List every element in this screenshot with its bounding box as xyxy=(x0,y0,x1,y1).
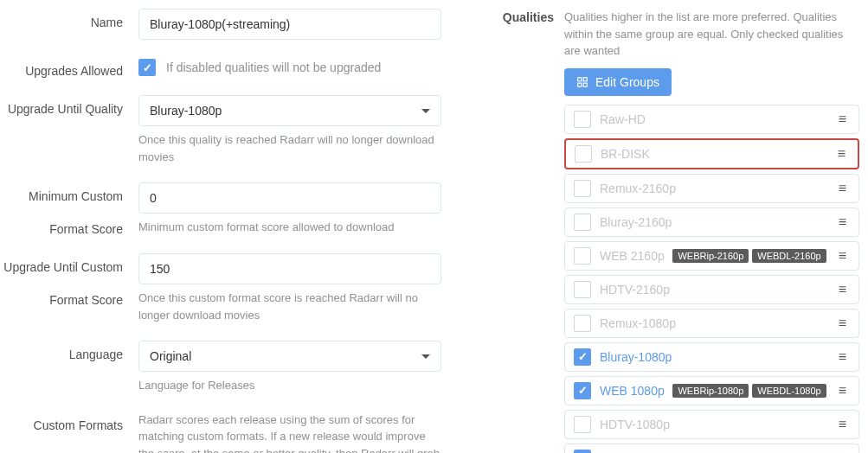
quality-checkbox[interactable] xyxy=(574,281,591,298)
quality-name: WEB 1080p xyxy=(600,384,672,398)
drag-handle-icon[interactable]: ≡ xyxy=(835,248,850,264)
upgrade-until-quality-label: Upgrade Until Quality xyxy=(0,95,138,165)
upgrade-until-custom-input[interactable] xyxy=(138,253,441,284)
drag-handle-icon[interactable]: ≡ xyxy=(834,146,849,162)
quality-item[interactable]: ✓Bluray-1080p≡ xyxy=(564,342,859,372)
quality-item[interactable]: ✓Bluray-720p≡ xyxy=(564,443,859,454)
quality-checkbox[interactable]: ✓ xyxy=(574,382,591,399)
check-icon: ✓ xyxy=(578,350,588,363)
drag-handle-icon[interactable]: ≡ xyxy=(835,316,850,331)
upgrades-allowed-label: Upgrades Allowed xyxy=(0,57,138,78)
quality-item[interactable]: Raw-HD≡ xyxy=(564,105,859,134)
quality-item[interactable]: HDTV-2160p≡ xyxy=(564,275,859,304)
quality-checkbox[interactable] xyxy=(574,214,591,231)
qualities-description: Qualities higher in the list are more pr… xyxy=(554,9,859,68)
quality-name: Remux-2160p xyxy=(600,182,835,195)
quality-badge: WEBDL-2160p xyxy=(752,249,826,263)
quality-item[interactable]: BR-DISK≡ xyxy=(564,138,859,169)
quality-name: HDTV-1080p xyxy=(600,418,835,431)
edit-groups-label: Edit Groups xyxy=(595,75,659,89)
quality-item[interactable]: Remux-1080p≡ xyxy=(564,309,859,338)
quality-checkbox[interactable] xyxy=(574,416,591,433)
quality-checkbox[interactable] xyxy=(574,180,591,197)
custom-formats-label: Custom Formats xyxy=(0,412,138,454)
upgrade-until-quality-help: Once this quality is reached Radarr will… xyxy=(138,131,441,165)
min-custom-score-help: Minimum custom format score allowed to d… xyxy=(138,219,441,236)
quality-name: Raw-HD xyxy=(600,112,835,126)
upgrades-allowed-help: If disabled qualities will not be upgrad… xyxy=(166,61,381,74)
quality-checkbox[interactable] xyxy=(574,247,591,265)
quality-checkbox[interactable]: ✓ xyxy=(574,348,591,366)
drag-handle-icon[interactable]: ≡ xyxy=(835,349,850,365)
quality-name: Bluray-2160p xyxy=(600,215,835,229)
language-select[interactable]: Original xyxy=(138,341,441,372)
min-custom-score-input[interactable] xyxy=(138,182,441,214)
drag-handle-icon[interactable]: ≡ xyxy=(835,417,850,432)
quality-item[interactable]: WEB 2160pWEBRip-2160pWEBDL-2160p≡ xyxy=(564,241,859,271)
qualities-label: Qualities xyxy=(485,9,554,68)
svg-rect-0 xyxy=(578,77,582,80)
name-input[interactable] xyxy=(138,9,441,40)
chevron-down-icon xyxy=(421,109,430,113)
quality-name: Remux-1080p xyxy=(600,316,835,330)
drag-handle-icon[interactable]: ≡ xyxy=(835,282,850,297)
drag-handle-icon[interactable]: ≡ xyxy=(835,383,850,399)
quality-checkbox[interactable] xyxy=(574,111,591,128)
quality-checkbox[interactable] xyxy=(575,145,592,163)
quality-item[interactable]: ✓WEB 1080pWEBRip-1080pWEBDL-1080p≡ xyxy=(564,376,859,405)
drag-handle-icon[interactable]: ≡ xyxy=(835,450,850,454)
drag-handle-icon[interactable]: ≡ xyxy=(835,214,850,230)
quality-badge: WEBDL-1080p xyxy=(752,384,826,398)
quality-badge: WEBRip-1080p xyxy=(672,384,749,398)
quality-name: WEB 2160p xyxy=(600,249,672,263)
language-value: Original xyxy=(150,349,191,363)
quality-badge: WEBRip-2160p xyxy=(672,249,749,263)
upgrade-until-custom-help: Once this custom format score is reached… xyxy=(138,290,441,323)
edit-groups-button[interactable]: Edit Groups xyxy=(564,68,672,96)
upgrade-until-custom-label: Upgrade Until Custom Format Score xyxy=(0,253,138,323)
drag-handle-icon[interactable]: ≡ xyxy=(835,112,850,127)
quality-checkbox[interactable]: ✓ xyxy=(574,450,591,454)
quality-checkbox[interactable] xyxy=(574,315,591,332)
custom-formats-help: Radarr scores each release using the sum… xyxy=(138,412,441,454)
quality-item[interactable]: Bluray-2160p≡ xyxy=(564,207,859,237)
upgrade-until-quality-select[interactable]: Bluray-1080p xyxy=(138,95,441,126)
upgrade-until-quality-value: Bluray-1080p xyxy=(150,104,222,118)
language-label: Language xyxy=(0,341,138,394)
chevron-down-icon xyxy=(421,354,430,359)
group-icon xyxy=(576,76,588,88)
quality-name: Bluray-1080p xyxy=(600,350,835,364)
language-help: Language for Releases xyxy=(138,377,441,394)
check-icon: ✓ xyxy=(143,61,152,74)
svg-rect-3 xyxy=(583,83,587,86)
quality-name: HDTV-2160p xyxy=(600,283,835,297)
quality-item[interactable]: HDTV-1080p≡ xyxy=(564,410,859,439)
svg-rect-1 xyxy=(583,77,587,80)
upgrades-allowed-checkbox[interactable]: ✓ xyxy=(138,59,156,76)
svg-rect-2 xyxy=(578,83,582,86)
quality-name: BR-DISK xyxy=(601,147,834,161)
check-icon: ✓ xyxy=(578,384,588,397)
quality-badges: WEBRip-1080pWEBDL-1080p xyxy=(672,384,826,398)
quality-badges: WEBRip-2160pWEBDL-2160p xyxy=(672,249,826,263)
quality-item[interactable]: Remux-2160p≡ xyxy=(564,174,859,203)
min-custom-score-label: Minimum Custom Format Score xyxy=(0,182,138,236)
drag-handle-icon[interactable]: ≡ xyxy=(835,181,850,196)
name-label: Name xyxy=(0,9,138,40)
